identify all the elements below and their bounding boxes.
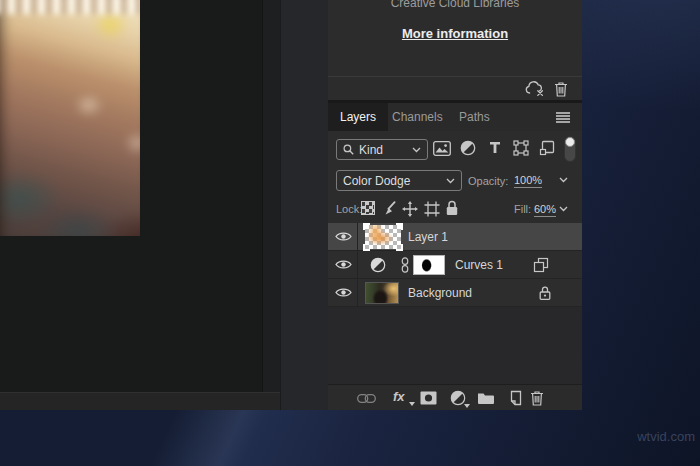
photo-bokeh-lights [0,0,140,14]
panel-tab-bar: Layers Channels Paths [328,103,582,131]
new-layer-icon[interactable] [507,390,522,406]
fill-label: Fill: [514,203,531,215]
document-status-bar [0,392,280,410]
background-lock-icon[interactable] [538,285,552,301]
filter-toggle-icon[interactable] [564,136,576,162]
chevron-down-icon[interactable] [559,206,568,212]
trash-icon[interactable] [554,81,568,97]
adjustment-menu-arrow-icon [464,404,470,408]
lock-paint-icon[interactable] [381,201,396,216]
blend-mode-row: Color Dodge Opacity: 100% [328,167,582,196]
document-scrollbar-track[interactable] [262,0,280,392]
tab-paths[interactable]: Paths [459,103,499,131]
eye-icon[interactable] [335,259,352,270]
selection-bracket [363,244,370,251]
lock-row: Lock: [328,196,582,223]
document-canvas[interactable] [0,0,262,392]
filter-kind-dropdown[interactable]: Kind [336,139,428,160]
fill-value[interactable]: 60% [534,203,556,217]
filter-row: Kind [328,131,582,167]
layers-bottom-toolbar: fx [328,384,582,410]
lock-artboard-icon[interactable] [424,201,440,217]
chevron-down-icon [412,147,421,153]
opacity-value[interactable]: 100% [514,174,542,188]
libraries-section: Creative Cloud Libraries More informatio… [328,0,582,100]
panel-menu-icon[interactable] [556,112,570,123]
layer-name[interactable]: Curves 1 [455,258,503,272]
libraries-title: Creative Cloud Libraries [328,0,582,10]
lock-label: Lock: [336,203,362,215]
photo-paint [0,0,140,236]
eye-icon[interactable] [335,231,352,242]
more-information-link[interactable]: More information [328,26,582,41]
add-mask-icon[interactable] [420,391,437,405]
lock-all-icon[interactable] [445,200,459,216]
divider [357,251,358,279]
layer-name[interactable]: Background [408,286,472,300]
search-icon [343,144,354,155]
fx-menu-arrow-icon [409,402,415,406]
eye-icon[interactable] [335,287,352,298]
photoshop-window: Creative Cloud Libraries More informatio… [0,0,582,410]
divider [357,223,358,251]
shape-filter-icon[interactable] [513,140,529,156]
selection-bracket [363,223,370,230]
background-thumbnail[interactable] [365,282,399,304]
panel-dock-background [280,0,328,410]
layer-list: Layer 1 [328,223,582,307]
layer-style-fx-button[interactable]: fx [393,389,405,404]
new-group-folder-icon[interactable] [477,391,495,405]
opacity-label: Opacity: [468,175,508,187]
layers-panel: Creative Cloud Libraries More informatio… [328,0,582,410]
pixel-filter-icon[interactable] [433,141,451,156]
canvas-photo [0,0,140,236]
library-sync-error-icon[interactable] [524,81,545,97]
delete-layer-trash-icon[interactable] [530,390,544,406]
layer-row-curves1[interactable]: Curves 1 [328,251,582,279]
blend-mode-value: Color Dodge [343,174,410,188]
filter-toggle-knob [565,137,575,147]
watermark-text: wtvid.com [603,429,695,444]
layer-row-background[interactable]: Background [328,279,582,307]
mask-link-icon[interactable] [401,257,409,273]
lock-position-icon[interactable] [402,201,418,217]
divider [357,279,358,307]
chevron-down-icon [446,178,455,184]
layer1-thumbnail[interactable] [365,225,401,249]
layer-list-empty-area[interactable] [328,307,582,384]
selection-bracket [396,223,403,230]
tab-channels[interactable]: Channels [392,103,450,131]
adjustment-layer-icon[interactable] [370,257,386,273]
layer-name[interactable]: Layer 1 [408,230,448,244]
filter-kind-label: Kind [359,143,383,157]
type-filter-icon[interactable] [488,140,502,155]
curves-mask-thumbnail[interactable] [413,255,445,275]
libraries-toolbar [328,76,582,100]
layer-row-layer1[interactable]: Layer 1 [328,223,582,251]
clip-squares-icon[interactable] [533,257,549,273]
tab-layers[interactable]: Layers [328,103,388,131]
adjustment-filter-icon[interactable] [460,140,476,156]
blend-mode-dropdown[interactable]: Color Dodge [336,170,462,191]
link-layers-icon[interactable] [357,394,376,403]
desktop: Creative Cloud Libraries More informatio… [0,0,700,466]
smart-object-filter-icon[interactable] [539,140,555,156]
chevron-down-icon[interactable] [559,177,568,183]
lock-transparency-icon[interactable] [361,201,375,215]
selection-bracket [396,244,403,251]
